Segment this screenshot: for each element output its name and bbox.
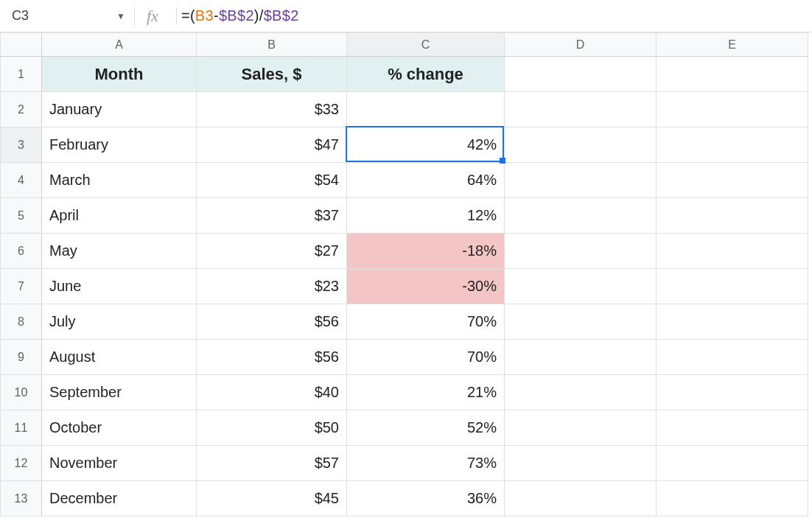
cell-B10[interactable]: $40 (197, 375, 347, 410)
row-header[interactable]: 9 (1, 340, 42, 375)
cell-A9[interactable]: August (42, 340, 197, 375)
cell-A13[interactable]: December (42, 481, 197, 517)
cell-C5[interactable]: 12% (347, 198, 505, 234)
cells-table: A B C D E 1 Month Sales, $ % change (0, 32, 808, 517)
row-header[interactable]: 6 (1, 234, 42, 269)
row-header[interactable]: 10 (1, 375, 42, 410)
cell-E7[interactable] (657, 269, 808, 304)
cell-D3[interactable] (505, 127, 657, 163)
cell-E10[interactable] (657, 375, 808, 410)
row-header[interactable]: 5 (1, 198, 42, 234)
cell-B8[interactable]: $56 (197, 304, 347, 340)
spreadsheet-grid[interactable]: A B C D E 1 Month Sales, $ % change (0, 32, 812, 517)
name-box-dropdown-icon[interactable]: ▼ (116, 11, 125, 21)
row-header[interactable]: 11 (1, 410, 42, 446)
grid-body: 1 Month Sales, $ % change 2January$333Fe… (1, 57, 808, 517)
cell-E2[interactable] (657, 92, 808, 127)
cell-E8[interactable] (657, 304, 808, 340)
cell-E6[interactable] (657, 234, 808, 269)
cell-A1[interactable]: Month (42, 57, 197, 92)
cell-E1[interactable] (657, 57, 808, 92)
row-header[interactable]: 4 (1, 163, 42, 198)
cell-B11[interactable]: $50 (197, 410, 347, 446)
cell-C3[interactable]: 42% (347, 127, 505, 163)
formula-bar: C3 ▼ fx =(B3-$B$2)/$B$2 (0, 0, 812, 32)
cell-B6[interactable]: $27 (197, 234, 347, 269)
cell-D2[interactable] (505, 92, 657, 127)
select-all-corner[interactable] (1, 33, 42, 57)
cell-B12[interactable]: $57 (197, 446, 347, 481)
row-header[interactable]: 7 (1, 269, 42, 304)
cell-C10[interactable]: 21% (347, 375, 505, 410)
cell-B2[interactable]: $33 (197, 92, 347, 127)
formula-input[interactable]: =(B3-$B$2)/$B$2 (181, 7, 299, 24)
cell-E12[interactable] (657, 446, 808, 481)
cell-A11[interactable]: October (42, 410, 197, 446)
col-header-B[interactable]: B (197, 33, 347, 57)
cell-A2[interactable]: January (42, 92, 197, 127)
cell-B3[interactable]: $47 (197, 127, 347, 163)
col-header-D[interactable]: D (505, 33, 657, 57)
cell-B4[interactable]: $54 (197, 163, 347, 198)
cell-C2[interactable] (347, 92, 505, 127)
row-header[interactable]: 8 (1, 304, 42, 340)
cell-C7[interactable]: -30% (347, 269, 505, 304)
cell-D6[interactable] (505, 234, 657, 269)
fx-icon: fx (139, 7, 172, 26)
cell-C12[interactable]: 73% (347, 446, 505, 481)
cell-D9[interactable] (505, 340, 657, 375)
cell-B7[interactable]: $23 (197, 269, 347, 304)
cell-D7[interactable] (505, 269, 657, 304)
cell-D4[interactable] (505, 163, 657, 198)
cell-A12[interactable]: November (42, 446, 197, 481)
cell-D13[interactable] (505, 481, 657, 517)
formula-rparen: ) (254, 7, 259, 24)
cell-A3[interactable]: February (42, 127, 197, 163)
formula-eq: = (181, 7, 190, 24)
cell-D12[interactable] (505, 446, 657, 481)
cell-B9[interactable]: $56 (197, 340, 347, 375)
formula-ref-abs2: $B$2 (264, 7, 299, 24)
cell-B13[interactable]: $45 (197, 481, 347, 517)
row-header[interactable]: 12 (1, 446, 42, 481)
col-header-E[interactable]: E (657, 33, 808, 57)
cell-A10[interactable]: September (42, 375, 197, 410)
cell-B5[interactable]: $37 (197, 198, 347, 234)
cell-D5[interactable] (505, 198, 657, 234)
cell-C11[interactable]: 52% (347, 410, 505, 446)
separator (176, 7, 177, 25)
cell-A7[interactable]: June (42, 269, 197, 304)
cell-A8[interactable]: July (42, 304, 197, 340)
separator (134, 7, 135, 25)
name-box[interactable]: C3 ▼ (4, 8, 130, 24)
cell-E4[interactable] (657, 163, 808, 198)
cell-A6[interactable]: May (42, 234, 197, 269)
cell-C13[interactable]: 36% (347, 481, 505, 517)
row-header[interactable]: 13 (1, 481, 42, 517)
row-header[interactable]: 3 (1, 127, 42, 163)
cell-E3[interactable] (657, 127, 808, 163)
cell-C8[interactable]: 70% (347, 304, 505, 340)
row-header[interactable]: 2 (1, 92, 42, 127)
cell-C4[interactable]: 64% (347, 163, 505, 198)
cell-D11[interactable] (505, 410, 657, 446)
cell-E13[interactable] (657, 481, 808, 517)
cell-C9[interactable]: 70% (347, 340, 505, 375)
cell-E9[interactable] (657, 340, 808, 375)
cell-A5[interactable]: April (42, 198, 197, 234)
formula-ref-abs1: $B$2 (219, 7, 254, 24)
cell-C1[interactable]: % change (347, 57, 505, 92)
col-header-C[interactable]: C (347, 33, 505, 57)
row-header[interactable]: 1 (1, 57, 42, 92)
cell-A4[interactable]: March (42, 163, 197, 198)
name-box-value: C3 (12, 8, 29, 24)
cell-D8[interactable] (505, 304, 657, 340)
col-header-A[interactable]: A (42, 33, 197, 57)
cell-B1[interactable]: Sales, $ (197, 57, 347, 92)
cell-E11[interactable] (657, 410, 808, 446)
cell-D10[interactable] (505, 375, 657, 410)
cell-D1[interactable] (505, 57, 657, 92)
cell-E5[interactable] (657, 198, 808, 234)
formula-ref-rel: B3 (195, 7, 214, 24)
cell-C6[interactable]: -18% (347, 234, 505, 269)
